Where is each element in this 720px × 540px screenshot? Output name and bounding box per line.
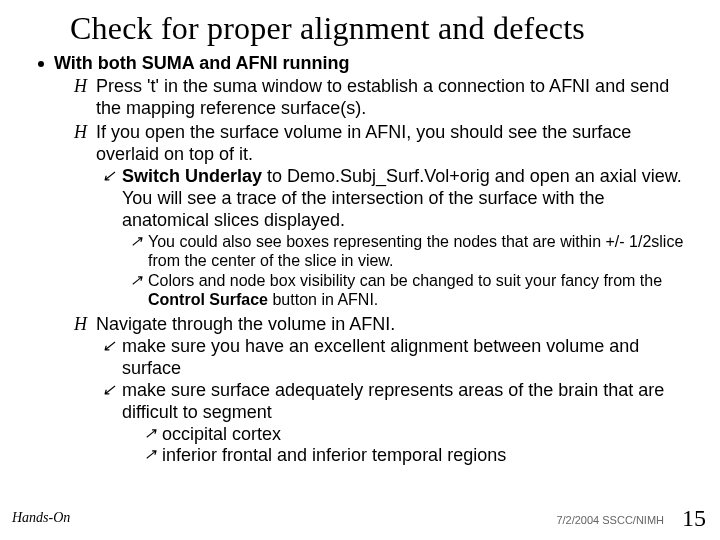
arrow-icon: ↗ xyxy=(130,232,144,250)
script-h-icon: H xyxy=(74,122,88,144)
bullet-level2: ↙ make sure you have an excellent alignm… xyxy=(102,336,690,380)
b3a-text: You could also see boxes representing th… xyxy=(148,232,690,271)
arrow-icon: ↙ xyxy=(102,166,116,186)
arrow-icon: ↗ xyxy=(130,271,144,289)
arrow-icon: ↗ xyxy=(144,424,158,442)
b3b-pre: Colors and node box visibility can be ch… xyxy=(148,272,662,289)
b2a-text: Switch Underlay to Demo.Subj_Surf.Vol+or… xyxy=(122,166,690,232)
bullet-level2: ↙ Switch Underlay to Demo.Subj_Surf.Vol+… xyxy=(102,166,690,232)
slide-title: Check for proper alignment and defects xyxy=(70,10,690,47)
bullet-level4: ↗ inferior frontal and inferior temporal… xyxy=(144,445,690,467)
b2b-text: make sure you have an excellent alignmen… xyxy=(122,336,690,380)
b1a-text: Press 't' in the suma window to establis… xyxy=(96,76,690,120)
b2c-text: make sure surface adequately represents … xyxy=(122,380,690,424)
bullet-level1: H Navigate through the volume in AFNI. xyxy=(74,314,690,336)
page-number: 15 xyxy=(682,505,706,532)
bullet-level3: ↗ You could also see boxes representing … xyxy=(130,232,690,271)
b0-text: With both SUMA and AFNI running xyxy=(54,53,349,74)
slide: Check for proper alignment and defects W… xyxy=(0,0,720,540)
b3b-text: Colors and node box visibility can be ch… xyxy=(148,271,690,310)
b4a-text: occipital cortex xyxy=(162,424,281,446)
dot-icon xyxy=(38,61,44,67)
arrow-icon: ↙ xyxy=(102,336,116,356)
b4b-text: inferior frontal and inferior temporal r… xyxy=(162,445,506,467)
arrow-icon: ↙ xyxy=(102,380,116,400)
bullet-level2: ↙ make sure surface adequately represent… xyxy=(102,380,690,424)
script-h-icon: H xyxy=(74,76,88,98)
b1b-text: If you open the surface volume in AFNI, … xyxy=(96,122,690,166)
bullet-level1: H If you open the surface volume in AFNI… xyxy=(74,122,690,166)
bullet-level4: ↗ occipital cortex xyxy=(144,424,690,446)
bullet-level1: H Press 't' in the suma window to establ… xyxy=(74,76,690,120)
footer-right: 7/2/2004 SSCC/NIMH xyxy=(556,514,664,526)
b2a-bold: Switch Underlay xyxy=(122,166,262,186)
footer-left: Hands-On xyxy=(12,510,70,526)
b3b-bold: Control Surface xyxy=(148,291,268,308)
b3b-post: button in AFNI. xyxy=(268,291,378,308)
b1c-text: Navigate through the volume in AFNI. xyxy=(96,314,395,336)
bullet-level0: With both SUMA and AFNI running xyxy=(38,53,690,74)
arrow-icon: ↗ xyxy=(144,445,158,463)
script-h-icon: H xyxy=(74,314,88,336)
bullet-level3: ↗ Colors and node box visibility can be … xyxy=(130,271,690,310)
